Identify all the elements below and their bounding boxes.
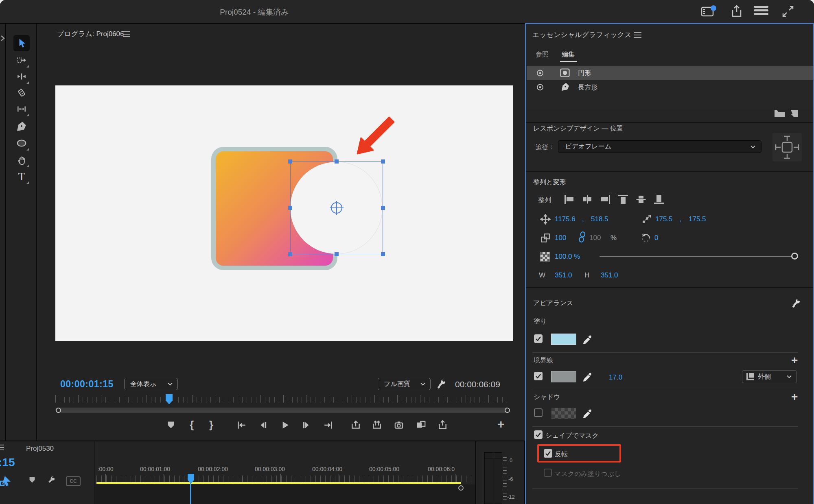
mask-with-shape-label[interactable]: シェイプでマスク <box>545 432 599 440</box>
extract-button[interactable] <box>372 419 382 430</box>
invert-mask-checkbox[interactable] <box>544 449 552 458</box>
tab-edit[interactable]: 編集 <box>562 50 575 59</box>
selection-handle[interactable] <box>381 206 385 210</box>
go-to-in-button[interactable] <box>236 419 247 430</box>
visibility-eye-icon[interactable] <box>536 83 545 91</box>
timeline-track-area[interactable] <box>95 484 475 504</box>
shadow-enabled-checkbox[interactable] <box>534 408 543 417</box>
chevron-right-icon[interactable] <box>0 35 5 41</box>
stroke-style-select[interactable]: 外側 <box>742 370 797 383</box>
button-editor-button[interactable]: + <box>497 417 505 431</box>
selection-handle[interactable] <box>288 252 292 256</box>
align-top-button[interactable] <box>617 194 629 205</box>
hand-tool[interactable] <box>13 152 30 168</box>
anchor-x-value[interactable]: 175.5 <box>655 215 673 223</box>
lift-button[interactable] <box>350 419 361 430</box>
position-y-value[interactable]: 518.5 <box>591 215 608 223</box>
current-timecode[interactable]: 00:00:01:15 <box>60 379 114 390</box>
export-frame-button[interactable] <box>394 419 404 430</box>
program-panel-menu-icon[interactable] <box>123 31 130 32</box>
captions-badge[interactable]: CC <box>66 476 81 486</box>
align-center-horizontal-button[interactable] <box>581 194 593 205</box>
follow-select[interactable]: ビデオフレーム <box>558 140 761 153</box>
anchor-point-icon[interactable] <box>328 199 346 217</box>
timeline-timecode[interactable]: :15 <box>0 456 15 469</box>
appearance-wrench-icon[interactable] <box>791 298 801 308</box>
step-forward-button[interactable] <box>301 419 312 430</box>
anchor-y-value[interactable]: 175.5 <box>689 215 706 223</box>
go-to-out-button[interactable] <box>323 419 334 430</box>
align-left-button[interactable] <box>563 194 575 205</box>
stroke-enabled-checkbox[interactable] <box>534 372 543 380</box>
fill-swatch[interactable] <box>551 334 576 345</box>
add-marker-button[interactable] <box>166 419 176 430</box>
zoom-handle-left[interactable] <box>56 408 61 413</box>
visibility-eye-icon[interactable] <box>536 69 545 77</box>
link-scale-icon[interactable] <box>578 231 586 243</box>
timeline-panel-menu-icon[interactable] <box>0 445 4 445</box>
workspace-icon[interactable] <box>701 5 717 17</box>
align-right-button[interactable] <box>599 194 611 205</box>
tab-browse[interactable]: 参照 <box>536 50 549 59</box>
timeline-marker-icon[interactable] <box>28 476 37 484</box>
stroke-width-value[interactable]: 17.0 <box>609 373 622 382</box>
new-layer-icon[interactable] <box>790 109 798 117</box>
zoom-handle-right[interactable] <box>505 408 510 413</box>
layer-name[interactable]: 長方形 <box>578 83 597 92</box>
ellipse-tool[interactable] <box>13 135 30 151</box>
fill-eyedropper-icon[interactable] <box>582 333 592 345</box>
shadow-eyedropper-icon[interactable] <box>582 407 592 419</box>
share-icon[interactable] <box>730 4 743 18</box>
scale-width-value[interactable]: 100 <box>555 234 566 242</box>
pen-tool[interactable] <box>13 118 30 134</box>
fullscreen-icon[interactable] <box>781 5 794 18</box>
play-button[interactable] <box>279 419 290 430</box>
selection-handle[interactable] <box>381 252 385 256</box>
pin-to-widget[interactable] <box>772 133 802 161</box>
playback-quality-select[interactable]: フル画質 <box>378 378 431 390</box>
work-area-bar[interactable] <box>96 482 461 484</box>
timeline-tab[interactable]: Proj0530 <box>26 445 54 453</box>
mark-out-button[interactable]: } <box>209 419 213 431</box>
program-zoom-scrollbar[interactable] <box>55 408 510 413</box>
slip-tool[interactable] <box>13 101 30 117</box>
position-x-value[interactable]: 1175.6 <box>555 215 575 223</box>
type-tool[interactable]: T <box>13 168 30 185</box>
export-media-button[interactable] <box>437 419 448 430</box>
scale-height-value[interactable]: 100 <box>589 234 601 242</box>
shadow-swatch[interactable] <box>551 408 576 419</box>
invert-mask-label[interactable]: 反転 <box>555 450 568 459</box>
add-stroke-button[interactable]: + <box>791 354 798 367</box>
zoom-level-select[interactable]: 全体表示 <box>124 378 178 390</box>
quick-export-icon[interactable] <box>754 6 768 15</box>
stroke-eyedropper-icon[interactable] <box>582 370 592 382</box>
opacity-slider-track[interactable] <box>600 256 792 257</box>
layer-name[interactable]: 円形 <box>578 69 591 78</box>
timeline-playhead-line[interactable] <box>190 483 191 504</box>
ripple-edit-tool[interactable] <box>13 68 30 85</box>
timeline-wrench-icon[interactable] <box>46 476 56 485</box>
comparison-view-button[interactable] <box>416 419 426 430</box>
align-center-vertical-button[interactable] <box>635 194 647 205</box>
new-group-folder-icon[interactable] <box>774 109 785 118</box>
selection-handle[interactable] <box>335 159 339 164</box>
fill-mask-only-checkbox[interactable] <box>544 469 552 477</box>
settings-wrench-icon[interactable] <box>436 378 447 390</box>
opacity-slider-handle[interactable] <box>791 253 798 260</box>
eg-panel-menu-icon[interactable] <box>634 32 641 33</box>
opacity-value[interactable]: 100.0 % <box>555 253 580 261</box>
height-value[interactable]: 351.0 <box>601 271 618 279</box>
step-back-button[interactable] <box>258 419 268 430</box>
track-select-tool[interactable] <box>13 52 30 68</box>
selection-handle[interactable] <box>335 252 339 256</box>
mask-with-shape-checkbox[interactable] <box>534 430 543 439</box>
timeline-scrollbar-knob[interactable] <box>458 485 464 491</box>
razor-tool[interactable] <box>13 85 30 101</box>
selection-tool[interactable] <box>13 35 30 51</box>
insert-overwrite-icon[interactable] <box>0 476 13 486</box>
selection-handle[interactable] <box>288 206 292 210</box>
stroke-swatch[interactable] <box>551 371 576 382</box>
align-bottom-button[interactable] <box>653 194 665 205</box>
mark-in-button[interactable]: { <box>190 419 194 431</box>
width-value[interactable]: 351.0 <box>555 271 572 279</box>
